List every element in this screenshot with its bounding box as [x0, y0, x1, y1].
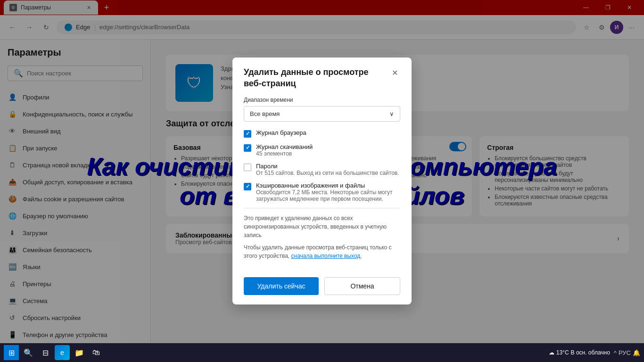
modal-divider [244, 208, 400, 208]
checkbox-history-text: Журнал браузера [256, 129, 306, 136]
checkbox-history: ✓ Журнал браузера [244, 129, 400, 138]
delete-now-button[interactable]: Удалить сейчас [244, 277, 319, 295]
language-indicator[interactable]: РУС [619, 349, 631, 356]
checkbox-downloads-sub: 45 элементов [256, 150, 313, 157]
checkbox-passwords-text: Пароли От 515 сайтов. Выход из сети на б… [256, 163, 399, 176]
modal-title: Удалить данные о просмотре веб-страниц [244, 67, 389, 89]
checkbox-downloads-check[interactable]: ✓ [244, 144, 251, 152]
taskbar: ⊞ 🔍 ⊟ e 📁 🛍 ☁ 13°C В осн. облачно ^ РУС … [0, 343, 644, 362]
checkbox-passwords-label: Пароли [256, 163, 399, 170]
clear-data-modal: Удалить данные о просмотре веб-страниц ✕… [232, 58, 412, 304]
checkbox-downloads-text: Журнал скачиваний 45 элементов [256, 143, 313, 157]
time-range-select[interactable]: Все время ∨ [244, 106, 400, 122]
edge-taskbar-button[interactable]: e [55, 345, 70, 360]
checkbox-cache: ✓ Кэшированные изображения и файлы Освоб… [244, 182, 400, 202]
edge-taskbar-icon: e [60, 349, 64, 356]
modal-close-button[interactable]: ✕ [389, 67, 400, 78]
chevron-up-icon[interactable]: ^ [614, 349, 617, 356]
checkbox-cache-label: Кэшированные изображения и файлы [256, 182, 400, 189]
weather-icon: ☁ [549, 349, 554, 356]
store-taskbar-button[interactable]: 🛍 [89, 345, 104, 360]
weather-temp: 13°C [556, 349, 569, 356]
taskview-button[interactable]: ⊟ [38, 345, 53, 360]
search-taskbar-button[interactable]: 🔍 [21, 345, 36, 360]
checkbox-passwords: ✓ Пароли От 515 сайтов. Выход из сети на… [244, 163, 400, 176]
modal-backdrop[interactable]: Удалить данные о просмотре веб-страниц ✕… [0, 0, 644, 362]
notifications-icon[interactable]: 🔔 [633, 349, 640, 356]
system-tray: ^ РУС 🔔 [614, 349, 640, 356]
start-button[interactable]: ⊞ [4, 345, 19, 360]
time-range-value: Все время [250, 110, 280, 117]
modal-scrollable: ✓ Журнал браузера ✓ Журнал скачиваний 45… [244, 129, 400, 264]
dropdown-arrow-icon: ∨ [389, 110, 394, 117]
modal-footer: Удалить сейчас Отмена [232, 272, 412, 304]
checkbox-downloads-label: Журнал скачиваний [256, 143, 313, 150]
modal-local-notice: Чтобы удалить данные просмотра веб-стран… [244, 243, 400, 260]
checkbox-cache-sub: Освободится 7,2 МБ места. Некоторые сайт… [256, 189, 400, 202]
time-range-label: Диапазон времени [244, 97, 400, 103]
cancel-button[interactable]: Отмена [324, 277, 400, 295]
checkbox-history-label: Журнал браузера [256, 129, 306, 136]
weather-desc: В осн. облачно [571, 349, 610, 356]
checkbox-cache-check[interactable]: ✓ [244, 183, 251, 190]
explorer-taskbar-button[interactable]: 📁 [72, 345, 87, 360]
checkbox-cache-text: Кэшированные изображения и файлы Освобод… [256, 182, 400, 202]
checkbox-downloads: ✓ Журнал скачиваний 45 элементов [244, 143, 400, 157]
local-signout-link[interactable]: сначала выполните выход [291, 253, 361, 259]
taskbar-right: ☁ 13°C В осн. облачно ^ РУС 🔔 [549, 349, 640, 356]
checkbox-passwords-check[interactable]: ✓ [244, 164, 251, 171]
modal-header: Удалить данные о просмотре веб-страниц ✕ [232, 58, 412, 89]
modal-body: Диапазон времени Все время ∨ ✓ Журнал бр… [232, 89, 412, 272]
taskbar-weather[interactable]: ☁ 13°C В осн. облачно [549, 349, 610, 356]
checkbox-passwords-sub: От 515 сайтов. Выход из сети на большинс… [256, 170, 399, 176]
modal-sync-notice: Это приведет к удалению данных со всех с… [244, 214, 400, 239]
checkbox-history-check[interactable]: ✓ [244, 130, 251, 138]
